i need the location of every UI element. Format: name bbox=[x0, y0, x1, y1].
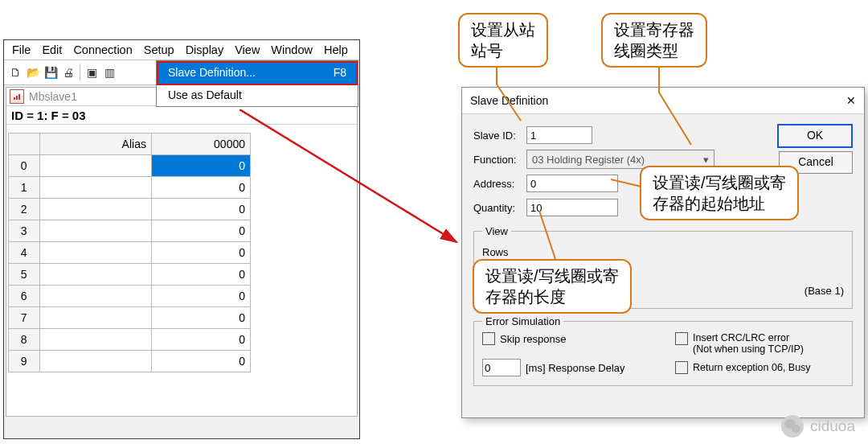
function-label: Function: bbox=[473, 154, 526, 166]
cell-value[interactable]: 0 bbox=[151, 351, 250, 372]
tool-icon-a[interactable]: ▣ bbox=[84, 64, 100, 80]
cell-alias[interactable] bbox=[39, 177, 151, 199]
svg-rect-2 bbox=[18, 94, 20, 100]
child-window-icon bbox=[10, 89, 24, 104]
cell-alias[interactable] bbox=[39, 264, 151, 286]
menu-file[interactable]: File bbox=[7, 42, 35, 58]
cell-alias[interactable] bbox=[39, 286, 151, 307]
return-exception-label: Return exception 06, Busy bbox=[693, 362, 811, 373]
row-header[interactable]: 0 bbox=[9, 155, 40, 177]
cell-alias[interactable] bbox=[39, 329, 151, 351]
menu-connection[interactable]: Connection bbox=[68, 42, 137, 58]
open-file-icon[interactable]: 📂 bbox=[25, 64, 41, 80]
address-input[interactable] bbox=[526, 175, 618, 192]
row-header[interactable]: 3 bbox=[9, 220, 40, 242]
menu-setup[interactable]: Setup bbox=[139, 42, 179, 58]
close-icon[interactable]: ✕ bbox=[846, 94, 856, 107]
insert-crc-checkbox[interactable] bbox=[675, 332, 688, 345]
menu-view[interactable]: View bbox=[230, 42, 264, 58]
skip-response-label: Skip response bbox=[500, 333, 566, 345]
cell-value[interactable]: 0 bbox=[151, 155, 250, 177]
menu-display[interactable]: Display bbox=[181, 42, 229, 58]
rows-label: Rows bbox=[482, 246, 509, 258]
child-info: ID = 1: F = 03 bbox=[6, 106, 357, 125]
dialog-title-bar: Slave Definition ✕ bbox=[462, 88, 864, 114]
row-header[interactable]: 9 bbox=[9, 351, 40, 372]
col-address[interactable]: 00000 bbox=[151, 134, 250, 155]
col-alias[interactable]: Alias bbox=[39, 134, 151, 155]
setup-dropdown: Slave Definition... F8 Use as Default bbox=[156, 60, 358, 107]
tool-icon-b[interactable]: ▥ bbox=[101, 64, 117, 80]
cell-alias[interactable] bbox=[39, 242, 151, 264]
error-sim-group: Error Simulation Skip response Insert CR… bbox=[473, 315, 853, 386]
menu-item-accel: F8 bbox=[334, 66, 346, 79]
menu-item-use-default[interactable]: Use as Default bbox=[157, 84, 358, 106]
cell-alias[interactable] bbox=[39, 199, 151, 220]
view-legend: View bbox=[482, 225, 511, 237]
wechat-icon bbox=[781, 415, 804, 438]
error-sim-legend: Error Simulation bbox=[482, 315, 563, 327]
child-title-text: Mbslave1 bbox=[29, 90, 77, 103]
menu-edit[interactable]: Edit bbox=[37, 42, 67, 58]
quantity-input[interactable] bbox=[526, 199, 618, 216]
ok-button[interactable]: OK bbox=[777, 124, 853, 148]
menu-item-label: Slave Definition... bbox=[168, 66, 256, 79]
watermark: ciduoa bbox=[781, 415, 855, 438]
menu-window[interactable]: Window bbox=[266, 42, 317, 58]
cell-value[interactable]: 0 bbox=[151, 199, 250, 220]
callout-address: 设置读/写线圈或寄 存器的起始地址 bbox=[640, 166, 799, 220]
base1-label: (Base 1) bbox=[805, 285, 844, 297]
data-grid[interactable]: Alias 00000 00102030405060708090 bbox=[8, 133, 355, 416]
row-header[interactable]: 8 bbox=[9, 329, 40, 351]
menu-help[interactable]: Help bbox=[319, 42, 353, 58]
callout-slave-id: 设置从站 站号 bbox=[458, 13, 548, 68]
cell-alias[interactable] bbox=[39, 307, 151, 329]
save-icon[interactable]: 💾 bbox=[43, 64, 59, 80]
print-icon[interactable]: 🖨 bbox=[60, 64, 76, 80]
response-delay-input[interactable] bbox=[482, 359, 521, 376]
menu-item-label: Use as Default bbox=[168, 88, 242, 101]
callout-quantity: 设置读/写线圈或寄 存器的长度 bbox=[473, 259, 632, 314]
chevron-down-icon: ▾ bbox=[703, 154, 709, 166]
row-header[interactable]: 6 bbox=[9, 286, 40, 307]
cell-value[interactable]: 0 bbox=[151, 329, 250, 351]
main-window: File Edit Connection Setup Display View … bbox=[3, 39, 360, 439]
svg-rect-1 bbox=[16, 96, 18, 100]
menu-item-slave-definition[interactable]: Slave Definition... F8 bbox=[157, 61, 358, 84]
toolbar-divider bbox=[80, 64, 80, 81]
insert-crc-label: Insert CRC/LRC error(Not when using TCP/… bbox=[693, 332, 804, 355]
menu-bar: File Edit Connection Setup Display View … bbox=[4, 40, 359, 60]
callout-function: 设置寄存器 线圈类型 bbox=[601, 13, 707, 68]
cell-value[interactable]: 0 bbox=[151, 264, 250, 286]
child-window: Mbslave1 ID = 1: F = 03 Alias 00000 0010… bbox=[6, 87, 358, 417]
cell-value[interactable]: 0 bbox=[151, 307, 250, 329]
cell-alias[interactable] bbox=[39, 220, 151, 242]
row-header[interactable]: 1 bbox=[9, 177, 40, 199]
return-exception-checkbox[interactable] bbox=[675, 361, 688, 374]
address-label: Address: bbox=[473, 178, 526, 190]
row-header[interactable]: 2 bbox=[9, 199, 40, 220]
slave-definition-dialog: Slave Definition ✕ OK Cancel Slave ID: F… bbox=[461, 87, 865, 418]
cell-value[interactable]: 0 bbox=[151, 242, 250, 264]
response-delay-label: [ms] Response Delay bbox=[526, 362, 625, 374]
cell-value[interactable]: 0 bbox=[151, 177, 250, 199]
new-file-icon[interactable]: 🗋 bbox=[7, 64, 23, 80]
row-header[interactable]: 4 bbox=[9, 242, 40, 264]
dialog-title-text: Slave Definition bbox=[470, 94, 548, 107]
skip-response-checkbox[interactable] bbox=[482, 332, 495, 345]
row-header[interactable]: 7 bbox=[9, 307, 40, 329]
function-value: 03 Holding Register (4x) bbox=[532, 154, 645, 166]
watermark-text: ciduoa bbox=[810, 417, 855, 435]
quantity-label: Quantity: bbox=[473, 202, 526, 214]
cell-value[interactable]: 0 bbox=[151, 220, 250, 242]
slave-id-input[interactable] bbox=[526, 126, 592, 144]
slave-id-label: Slave ID: bbox=[473, 130, 526, 142]
cell-value[interactable]: 0 bbox=[151, 286, 250, 307]
cell-alias[interactable] bbox=[39, 155, 151, 177]
grid-corner bbox=[9, 134, 40, 155]
row-header[interactable]: 5 bbox=[9, 264, 40, 286]
svg-rect-0 bbox=[14, 97, 15, 100]
cell-alias[interactable] bbox=[39, 351, 151, 372]
